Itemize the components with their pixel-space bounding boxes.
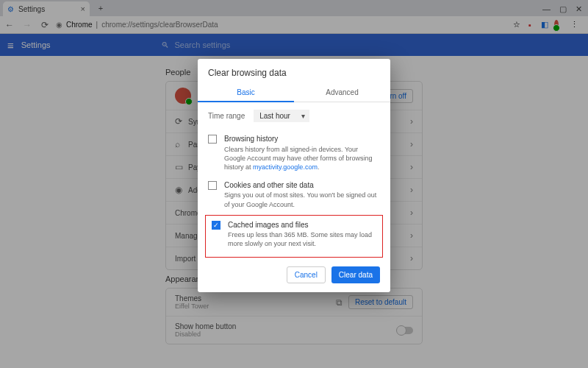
checkbox-unchecked[interactable]: [208, 181, 217, 190]
dialog-title: Clear browsing data: [198, 68, 390, 84]
modal-scrim: Clear browsing data Basic Advanced Time …: [0, 0, 588, 368]
tab-advanced[interactable]: Advanced: [294, 84, 390, 102]
cancel-button[interactable]: Cancel: [287, 266, 326, 283]
myactivity-link[interactable]: myactivity.google.com: [253, 163, 318, 171]
checkbox-checked[interactable]: [212, 221, 220, 230]
option-title: Browsing history: [224, 134, 380, 144]
time-range-label: Time range: [208, 112, 245, 120]
option-cached[interactable]: Cached images and files Frees up less th…: [209, 219, 379, 250]
option-title: Cached images and files: [228, 220, 376, 230]
dialog-tabs: Basic Advanced: [198, 84, 390, 102]
option-browsing-history[interactable]: Browsing history Clears history from all…: [198, 130, 390, 176]
checkbox-unchecked[interactable]: [208, 135, 217, 144]
clear-data-button[interactable]: Clear data: [331, 266, 380, 283]
clear-browsing-data-dialog: Clear browsing data Basic Advanced Time …: [198, 59, 390, 292]
option-title: Cookies and other site data: [224, 180, 380, 191]
highlighted-option: Cached images and files Frees up less th…: [205, 215, 383, 258]
option-cookies[interactable]: Cookies and other site data Signs you ou…: [198, 176, 390, 213]
time-range-select[interactable]: Last hour: [254, 110, 309, 122]
tab-basic[interactable]: Basic: [198, 84, 294, 102]
